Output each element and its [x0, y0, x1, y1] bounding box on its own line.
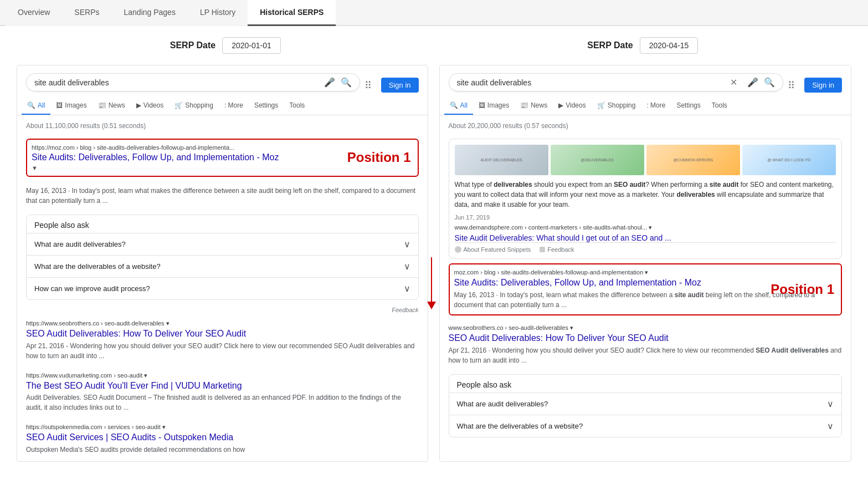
right-r2-snippet: Apr 21, 2016 · Wondering how you should …: [449, 345, 843, 365]
left-paa-item-1[interactable]: What are the deliverables of a website? …: [27, 255, 418, 277]
tab-landing-pages[interactable]: Landing Pages: [111, 0, 187, 26]
snippet-feedback-btn[interactable]: Feedback: [540, 246, 574, 253]
left-p1-snippet: May 16, 2013 · In today's post, learn wh…: [17, 181, 428, 210]
right-mic-icon[interactable]: 🎤: [747, 77, 758, 88]
left-nav-shopping[interactable]: 🛒 Shopping: [169, 97, 219, 115]
right-serp-date-value: 2020-04-15: [640, 37, 698, 54]
tab-serps[interactable]: SERPs: [62, 0, 111, 26]
right-r2-title[interactable]: SEO Audit Deliverables: How To Deliver Y…: [449, 333, 843, 344]
snippet-image-grid: AUDIT DELIVERABLES @DELIVERABLES @COMMON…: [455, 145, 836, 175]
snippet-feedback-label: Feedback: [547, 246, 574, 253]
right-search-bar[interactable]: site audit deliverables ✕ 🎤 🔍: [449, 73, 784, 91]
right-nav-settings[interactable]: Settings: [671, 97, 706, 115]
left-search-input[interactable]: site audit deliverables: [34, 78, 324, 87]
left-p1-url: https://moz.com › blog › site-audits-del…: [32, 144, 413, 151]
right-snippet-title[interactable]: Site Audit Deliverables: What should I g…: [455, 233, 671, 242]
right-google-nav: 🔍 All 🖼 Images 📰 News ▶ Videos 🛒 Shoppin…: [440, 97, 851, 115]
left-nav-images[interactable]: 🖼 Images: [50, 97, 92, 115]
right-sign-in-button[interactable]: Sign in: [804, 78, 842, 93]
left-r1-title[interactable]: SEO Audit Deliverables: How To Deliver Y…: [26, 328, 419, 340]
left-search-bar[interactable]: site audit deliverables 🎤 🔍: [26, 73, 360, 91]
right-nav-more[interactable]: : More: [641, 97, 671, 115]
snippet-img-2-inner: @DELIVERABLES: [551, 145, 644, 175]
left-sign-in-button[interactable]: Sign in: [381, 78, 419, 93]
arrow-line: [431, 257, 432, 302]
left-result-3: https://outspokenmedia.com › services › …: [17, 419, 428, 459]
right-nav-tools[interactable]: Tools: [706, 97, 733, 115]
tabs-bar: Overview SERPs Landing Pages LP History …: [0, 0, 868, 26]
about-featured-snippets[interactable]: About Featured Snippets: [455, 246, 531, 253]
right-p1-snippet: May 16, 2013 · In today's post, learn wh…: [454, 290, 837, 310]
right-result-2: www.seobrothers.co › seo-audit-deliverab…: [440, 320, 851, 370]
main-content: SERP Date 2020-01-01 SERP Date 2020-04-1…: [0, 26, 868, 473]
left-apps-icon[interactable]: ⠿: [364, 79, 371, 91]
right-r2-url: www.seobrothers.co › seo-audit-deliverab…: [449, 324, 843, 332]
right-nav-news[interactable]: 📰 News: [515, 97, 553, 115]
right-snippet-footer: About Featured Snippets Feedback: [455, 242, 836, 253]
left-google-nav: 🔍 All 🖼 Images 📰 News ▶ Videos 🛒 Shoppin…: [17, 97, 428, 115]
right-panel: site audit deliverables ✕ 🎤 🔍 ⠿ Sign in …: [439, 65, 852, 462]
snippet-img-4-inner: @ WHAT DO I LOOK FO: [742, 145, 836, 175]
left-r2-title[interactable]: The Best SEO Audit You'll Ever Find | VU…: [26, 380, 419, 392]
snippet-img-4: @ WHAT DO I LOOK FO: [742, 145, 836, 175]
left-r3-snippet: Outspoken Media's SEO audits provide det…: [26, 445, 419, 455]
left-nav-tools[interactable]: Tools: [284, 97, 310, 115]
left-nav-more[interactable]: : More: [219, 97, 249, 115]
left-p1-bullet: ▼: [32, 165, 413, 171]
left-feedback[interactable]: Feedback: [17, 304, 428, 315]
right-apps-icon[interactable]: ⠿: [788, 79, 794, 91]
right-paa-q1: What are the deliverables of a website?: [457, 422, 583, 430]
right-p1-title[interactable]: Site Audits: Deliverables, Follow Up, an…: [454, 277, 837, 289]
right-search-bar-area: site audit deliverables ✕ 🎤 🔍 ⠿ Sign in: [440, 65, 851, 97]
right-snippet-text: What type of deliverables should you exp…: [455, 180, 836, 210]
right-paa-title: People also ask: [449, 375, 842, 393]
left-nav-all[interactable]: 🔍 All: [22, 97, 50, 115]
left-results-count: About 11,100,000 results (0.51 seconds): [17, 120, 428, 134]
right-nav-videos[interactable]: ▶ Videos: [553, 97, 591, 115]
left-paa-title: People also ask: [27, 215, 418, 233]
right-paa-chevron-0: ∨: [827, 399, 834, 409]
right-nav-images[interactable]: 🖼 Images: [473, 97, 515, 115]
right-search-input[interactable]: site audit deliverables: [457, 78, 731, 87]
right-snippet-date: Jun 17, 2019: [455, 214, 836, 221]
left-p1-title[interactable]: Site Audits: Deliverables, Follow Up, an…: [32, 152, 413, 164]
right-paa-item-1[interactable]: What are the deliverables of a website? …: [449, 415, 842, 437]
tab-historical-serps[interactable]: Historical SERPS: [248, 0, 336, 26]
arrow-head: [427, 302, 436, 309]
left-r3-title[interactable]: SEO Audit Services | SEO Audits - Outspo…: [26, 432, 419, 444]
left-nav-images-icon: 🖼: [56, 101, 63, 109]
left-paa-item-0[interactable]: What are audit deliverables? ∨: [27, 233, 418, 255]
left-paa-q2: How can we improve audit process?: [34, 284, 150, 293]
right-close-icon[interactable]: ✕: [730, 77, 737, 88]
left-serp-date-group: SERP Date 2020-01-01: [17, 37, 434, 54]
snippet-img-3: @COMMON ERRORS: [646, 145, 740, 175]
right-nav-shopping[interactable]: 🛒 Shopping: [592, 97, 641, 115]
left-paa-q0: What are audit deliverables?: [34, 240, 126, 248]
snippet-circle-icon: [455, 246, 461, 253]
right-results-count: About 20,200,000 results (0.57 seconds): [440, 120, 851, 134]
snippet-img-1: AUDIT DELIVERABLES: [455, 145, 548, 175]
left-nav-settings[interactable]: Settings: [249, 97, 284, 115]
left-nav-videos[interactable]: ▶ Videos: [131, 97, 169, 115]
serp-dates: SERP Date 2020-01-01 SERP Date 2020-04-1…: [17, 37, 851, 54]
right-search-icon[interactable]: 🔍: [764, 77, 775, 88]
tab-lp-history[interactable]: LP History: [188, 0, 248, 26]
tab-overview[interactable]: Overview: [6, 0, 62, 26]
left-serp-date-label: SERP Date: [170, 40, 215, 50]
right-nav-all[interactable]: 🔍 All: [444, 97, 473, 115]
right-nav-all-icon: 🔍: [450, 101, 458, 109]
left-nav-news[interactable]: 📰 News: [93, 97, 131, 115]
left-nav-news-icon: 📰: [98, 101, 106, 109]
panels: site audit deliverables 🎤 🔍 ⠿ Sign in 🔍 …: [17, 65, 851, 462]
right-serp-date-group: SERP Date 2020-04-15: [434, 37, 852, 54]
snippet-img-1-inner: AUDIT DELIVERABLES: [455, 145, 548, 175]
right-paa-item-0[interactable]: What are audit deliverables? ∨: [449, 393, 842, 415]
left-paa-item-2[interactable]: How can we improve audit process? ∨: [27, 277, 418, 299]
right-paa-box: People also ask What are audit deliverab…: [449, 374, 843, 437]
left-paa-box: People also ask What are audit deliverab…: [26, 215, 419, 300]
right-serp-date-label: SERP Date: [587, 40, 633, 50]
right-snippet-url: www.demandsphere.com › content-marketers…: [455, 224, 836, 231]
left-r3-url: https://outspokenmedia.com › services › …: [26, 424, 419, 431]
left-mic-icon[interactable]: 🎤: [324, 77, 335, 88]
left-search-icon[interactable]: 🔍: [341, 77, 352, 88]
